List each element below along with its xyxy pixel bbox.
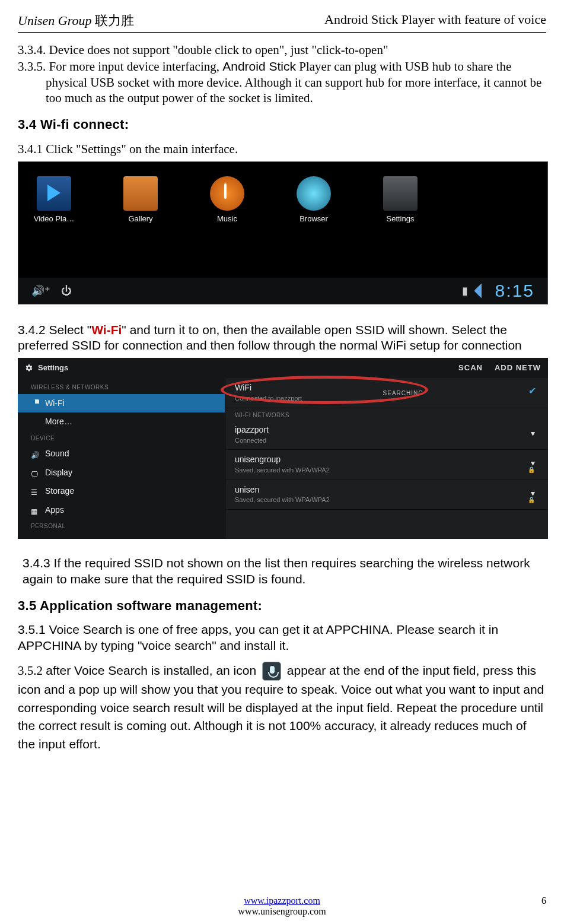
i335-sans: Android Stick — [222, 59, 296, 73]
sidebar-label: Sound — [45, 449, 69, 459]
net-title: unisen — [235, 485, 536, 496]
sidebar-label: Wi-Fi — [45, 398, 65, 409]
settings-actionbar: Settings SCAN ADD NETW — [18, 358, 548, 378]
cat-wireless: WIRELESS & NETWORKS — [18, 380, 225, 394]
wifi-icon — [31, 399, 39, 408]
add-network-button[interactable]: ADD NETW — [495, 363, 541, 373]
microphone-icon — [262, 662, 281, 681]
network-row-ipazzport[interactable]: ipazzport Connected ▾ — [225, 420, 548, 450]
video-icon — [37, 176, 71, 211]
browser-icon — [297, 176, 331, 211]
sidebar-label: More… — [45, 417, 72, 427]
p352-a: after Voice Search is installed, an icon — [46, 663, 260, 677]
launcher-label: Settings — [373, 214, 428, 224]
settings-main: WiFi Connected to ipazzport ✔ WI-FI NETW… — [225, 378, 548, 539]
searching-label: SEARCHING — [383, 390, 423, 398]
actionbar-left: Settings — [25, 363, 68, 373]
launcher-label: Gallery — [113, 214, 168, 224]
p-3-5-1: 3.5.1 Voice Search is one of free apps, … — [18, 622, 546, 653]
apps-icon — [31, 506, 39, 515]
gear-icon — [25, 364, 33, 372]
launcher-label: Music — [200, 214, 254, 224]
power-icon[interactable]: ⏻ — [61, 284, 72, 298]
item-3-3-4: 3.3.4. Device does not support "double c… — [18, 42, 546, 58]
lock-icon: 🔒 — [528, 497, 535, 504]
footer-link-1[interactable]: www.ipazzport.com — [244, 896, 320, 906]
page-header: Unisen Group 联力胜 Android Stick Player wi… — [18, 12, 546, 33]
display-icon — [31, 469, 39, 477]
network-row-unisengroup[interactable]: unisengroup Saved, secured with WPA/WPA2… — [225, 450, 548, 480]
sound-icon — [31, 450, 39, 458]
page-number: 6 — [541, 896, 546, 906]
p-3-4-1: 3.4.1 Click "Settings" on the main inter… — [18, 141, 546, 157]
status-bar: 🔊⁺ ⏻ ▮ 8:15 — [18, 278, 547, 304]
header-brand-cjk: 联力胜 — [95, 13, 134, 28]
p-3-5-2: 3.5.2 after Voice Search is installed, a… — [18, 662, 546, 753]
net-sub: Connected — [235, 437, 536, 445]
p342-pre: 3.4.2 Select " — [18, 323, 91, 336]
storage-icon — [31, 487, 39, 496]
page-footer: www.ipazzport.com www.unisengroup.com 6 — [18, 896, 546, 917]
p342-red: Wi-Fi — [91, 323, 122, 336]
cat-wifi-networks: WI-FI NETWORKS — [225, 408, 548, 421]
network-row-unisen[interactable]: unisen Saved, secured with WPA/WPA2 ▾ 🔒 — [225, 480, 548, 510]
item-3-3-5: 3.3.5. For more input device interfacing… — [18, 59, 546, 106]
header-right: Android Stick Player with feature of voi… — [324, 12, 546, 30]
launcher-label: Browser — [286, 214, 341, 224]
p-3-4-2: 3.4.2 Select "Wi-Fi" and turn it to on, … — [18, 322, 546, 354]
footer-link-2: www.unisengroup.com — [238, 906, 326, 916]
launcher-item-video[interactable]: Video Pla… — [27, 176, 81, 224]
launcher-item-music[interactable]: Music — [200, 176, 254, 224]
launcher-item-settings[interactable]: Settings — [373, 176, 428, 224]
header-brand-italic: Unisen Group — [18, 13, 91, 28]
more-icon — [31, 418, 39, 426]
p-3-4-3: 3.4.3 If the required SSID not shown on … — [23, 555, 546, 587]
sidebar-item-accounts-sync[interactable]: Accounts & sync — [18, 533, 225, 539]
wifi-icon — [474, 283, 489, 298]
status-bar-left: 🔊⁺ ⏻ — [31, 284, 72, 298]
screenshot-launcher: Video Pla… Gallery Music Browser Setting… — [18, 161, 548, 304]
i335-pre: 3.3.5. For more input device interfacing… — [18, 59, 222, 74]
screenshot-settings: Settings SCAN ADD NETW WIRELESS & NETWOR… — [18, 358, 548, 539]
sidebar-item-wifi[interactable]: Wi-Fi — [18, 394, 225, 413]
volume-icon[interactable]: 🔊⁺ — [31, 284, 50, 298]
sidebar-label: Accounts & sync — [45, 537, 107, 539]
launcher-row: Video Pla… Gallery Music Browser Setting… — [18, 162, 547, 224]
signal-icon: ▾ — [531, 428, 535, 439]
sidebar-label: Display — [45, 468, 72, 478]
header-left: Unisen Group 联力胜 — [18, 12, 134, 30]
section-3-4-title: 3.4 Wi-fi connect: — [18, 116, 546, 133]
net-title: ipazzport — [235, 425, 536, 436]
settings-body: WIRELESS & NETWORKS Wi-Fi More… DEVICE S… — [18, 378, 548, 539]
settings-icon — [383, 176, 418, 211]
settings-sidebar: WIRELESS & NETWORKS Wi-Fi More… DEVICE S… — [18, 378, 225, 539]
section-3-5-title: 3.5 Application software management: — [18, 598, 546, 614]
sidebar-label: Apps — [45, 505, 64, 516]
body: 3.3.4. Device does not support "double c… — [18, 42, 546, 753]
gallery-icon — [123, 176, 158, 211]
launcher-item-gallery[interactable]: Gallery — [113, 176, 168, 224]
cat-personal: PERSONAL — [18, 519, 225, 533]
sidebar-item-display[interactable]: Display — [18, 463, 225, 482]
signal-icon: ▮ — [462, 284, 468, 298]
footer-center: www.ipazzport.com www.unisengroup.com — [18, 896, 546, 917]
check-icon: ✔ — [528, 385, 536, 397]
status-bar-right: ▮ 8:15 — [462, 280, 534, 302]
net-title: unisengroup — [235, 455, 536, 465]
p352-num: 3.5.2 — [18, 663, 46, 678]
lock-icon: 🔒 — [528, 466, 535, 474]
scan-button[interactable]: SCAN — [458, 363, 483, 373]
actionbar-right: SCAN ADD NETW — [458, 363, 541, 373]
sync-icon — [31, 538, 39, 539]
music-icon — [210, 176, 244, 211]
launcher-label: Video Pla… — [27, 214, 81, 224]
sidebar-item-more[interactable]: More… — [18, 412, 225, 431]
sidebar-item-apps[interactable]: Apps — [18, 501, 225, 520]
cat-device: DEVICE — [18, 431, 225, 445]
launcher-item-browser[interactable]: Browser — [286, 176, 341, 224]
sidebar-item-storage[interactable]: Storage — [18, 482, 225, 501]
net-sub: Saved, secured with WPA/WPA2 — [235, 496, 536, 504]
settings-title: Settings — [38, 363, 68, 373]
net-sub: Saved, secured with WPA/WPA2 — [235, 466, 536, 475]
sidebar-item-sound[interactable]: Sound — [18, 444, 225, 463]
